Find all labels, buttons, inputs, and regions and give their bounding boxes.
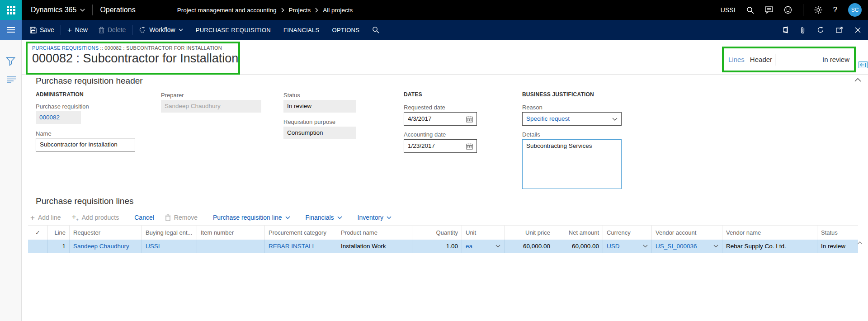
- buying-legal-entity-link[interactable]: USSI: [146, 243, 160, 250]
- cancel-button[interactable]: Cancel: [134, 214, 154, 221]
- procurement-category-link[interactable]: REBAR INSTALL: [269, 243, 316, 250]
- column-header-currency[interactable]: Currency: [603, 225, 652, 240]
- accounting-date-value: 1/23/2017: [408, 140, 466, 152]
- select-all-checkmark-icon[interactable]: ✓: [28, 225, 48, 240]
- refresh-icon[interactable]: [817, 26, 824, 33]
- smiley-icon[interactable]: [784, 6, 792, 14]
- lines-section-title[interactable]: Purchase requisition lines: [36, 196, 134, 206]
- chevron-down-icon[interactable]: [612, 118, 618, 121]
- row-select-checkbox[interactable]: [28, 240, 48, 253]
- tab-purchase-requisition[interactable]: PURCHASE REQUISITION: [196, 27, 271, 33]
- settings-gear-icon[interactable]: [814, 6, 822, 14]
- attachments-paperclip-icon[interactable]: [800, 26, 805, 34]
- left-side-rail: [0, 40, 22, 321]
- breadcrumb-module[interactable]: Project management and accounting: [177, 7, 277, 14]
- details-value: Subcontracting Services: [526, 142, 592, 149]
- office-icon[interactable]: [782, 26, 788, 33]
- product-switcher[interactable]: Dynamics 365: [31, 6, 85, 14]
- cell-procurement-category[interactable]: REBAR INSTALL: [265, 240, 337, 253]
- column-header-unit-price[interactable]: Unit price: [505, 225, 554, 240]
- search-icon[interactable]: [746, 6, 754, 14]
- calendar-icon[interactable]: [466, 143, 473, 150]
- financials-menu[interactable]: Financials: [306, 214, 342, 221]
- inventory-menu[interactable]: Inventory: [358, 214, 392, 221]
- cell-quantity[interactable]: 1.00: [412, 240, 462, 253]
- filter-funnel-icon[interactable]: [6, 57, 15, 66]
- requester-link[interactable]: Sandeep Chaudhury: [73, 243, 129, 250]
- purchase-requisition-line-menu[interactable]: Purchase requisition line: [213, 214, 290, 221]
- purchase-requisition-value[interactable]: 000082: [36, 111, 81, 124]
- add-products-button[interactable]: ++ Add products: [72, 213, 119, 222]
- cell-unit-price[interactable]: 60,000.00: [505, 240, 554, 253]
- view-tab-header[interactable]: Header: [750, 56, 772, 63]
- currency-link[interactable]: USD: [607, 243, 620, 250]
- column-header-vendor-account[interactable]: Vendor account: [652, 225, 722, 240]
- column-header-line[interactable]: Line: [48, 225, 70, 240]
- task-list-icon[interactable]: [6, 76, 17, 83]
- column-header-net-amount[interactable]: Net amount: [554, 225, 603, 240]
- product-name: Dynamics 365: [31, 6, 76, 14]
- topbar-divider: [803, 4, 803, 16]
- breadcrumb-area[interactable]: Projects: [289, 7, 311, 14]
- vendor-account-link[interactable]: US_SI_000036: [656, 243, 697, 250]
- chevron-down-icon[interactable]: [713, 245, 718, 248]
- app-launcher-button[interactable]: [0, 0, 22, 20]
- chevron-down-icon[interactable]: [495, 245, 500, 248]
- grid-scroll-up-icon[interactable]: [857, 241, 863, 245]
- column-header-requester[interactable]: Requester: [70, 225, 142, 240]
- cell-vendor-account[interactable]: US_SI_000036: [652, 240, 722, 253]
- unit-link[interactable]: ea: [466, 243, 472, 250]
- details-label: Details: [522, 131, 540, 138]
- column-header-unit[interactable]: Unit: [462, 225, 505, 240]
- column-header-procurement-category[interactable]: Procurement category: [265, 225, 337, 240]
- collapse-panel-icon[interactable]: [859, 61, 868, 68]
- tab-financials[interactable]: FINANCIALS: [283, 27, 320, 33]
- record-breadcrumb-link[interactable]: PURCHASE REQUISITIONS: [32, 45, 99, 51]
- cell-status[interactable]: In review: [817, 240, 858, 253]
- workflow-menu-button[interactable]: Workflow: [139, 26, 183, 33]
- chevron-up-icon[interactable]: [854, 78, 861, 82]
- close-icon[interactable]: [855, 27, 861, 33]
- cell-vendor-name[interactable]: Rebar Supply Co. Ltd.: [722, 240, 817, 253]
- feedback-icon[interactable]: [765, 6, 773, 14]
- help-icon[interactable]: ?: [833, 5, 837, 14]
- breadcrumb-page[interactable]: All projects: [323, 7, 353, 14]
- open-in-new-window-icon[interactable]: [836, 27, 843, 33]
- column-header-buying-legal-entity[interactable]: Buying legal ent...: [142, 225, 197, 240]
- name-field[interactable]: Subcontractor for Installation: [36, 138, 135, 151]
- reason-dropdown[interactable]: Specific request: [522, 112, 622, 126]
- delete-button[interactable]: Delete: [99, 26, 126, 33]
- cell-product-name[interactable]: Installation Work: [337, 240, 412, 253]
- header-section-title[interactable]: Purchase requisition header: [36, 76, 143, 86]
- company-selector[interactable]: USSI: [721, 6, 736, 14]
- save-button[interactable]: Save: [30, 26, 54, 33]
- column-header-status[interactable]: Status: [817, 225, 858, 240]
- chevron-down-icon[interactable]: [643, 245, 648, 248]
- calendar-icon[interactable]: [466, 116, 473, 123]
- cell-buying-legal-entity[interactable]: USSI: [142, 240, 197, 253]
- cell-item-number[interactable]: [197, 240, 265, 253]
- chevron-down-icon: [179, 28, 183, 31]
- column-header-product-name[interactable]: Product name: [337, 225, 412, 240]
- navigation-menu-button[interactable]: [0, 20, 22, 40]
- tab-options[interactable]: OPTIONS: [332, 27, 360, 33]
- column-header-quantity[interactable]: Quantity: [412, 225, 462, 240]
- avatar[interactable]: SC: [848, 3, 862, 17]
- view-tab-lines[interactable]: Lines: [728, 56, 745, 63]
- group-business-justification: BUSINESS JUSTIFICATION: [522, 91, 594, 98]
- add-line-button[interactable]: + Add line: [30, 214, 61, 222]
- details-textarea[interactable]: Subcontracting Services: [522, 139, 622, 189]
- cell-line[interactable]: 1: [48, 240, 70, 253]
- cell-net-amount[interactable]: 60,000.00: [554, 240, 603, 253]
- actionbar-search-icon[interactable]: [372, 26, 379, 33]
- column-header-item-number[interactable]: Item number: [197, 225, 265, 240]
- cell-unit[interactable]: ea: [462, 240, 505, 253]
- remove-button[interactable]: Remove: [165, 214, 198, 221]
- cell-currency[interactable]: USD: [603, 240, 652, 253]
- cell-requester[interactable]: Sandeep Chaudhury: [70, 240, 142, 253]
- column-header-vendor-name[interactable]: Vendor name: [722, 225, 817, 240]
- view-switch-annotation-box: Lines Header In review: [722, 47, 856, 72]
- new-button[interactable]: + New: [67, 26, 88, 34]
- requested-date-field[interactable]: 4/3/2017: [404, 112, 477, 126]
- accounting-date-field[interactable]: 1/23/2017: [404, 139, 477, 153]
